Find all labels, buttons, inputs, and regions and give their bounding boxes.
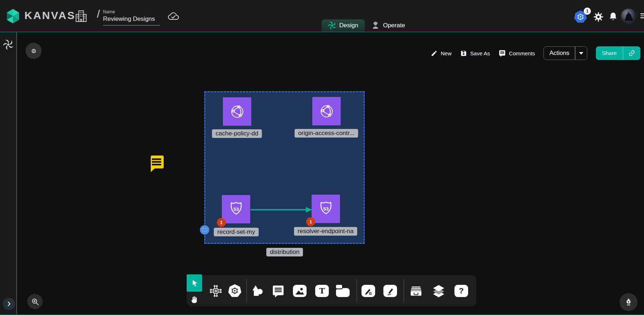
canvas-comment-marker[interactable] [149,155,164,173]
cloud-saved-icon [167,11,180,22]
zoom-in-magnifier-icon [31,297,39,306]
help-tool[interactable]: ? [454,285,468,297]
sketch-pencil-icon [383,285,397,297]
node-origin-access-control[interactable] [312,97,341,125]
actions-label: Actions [544,50,575,57]
tab-design[interactable]: Design [322,19,365,32]
select-tool-button[interactable] [187,274,202,292]
top-header: KANVAS / Name [0,0,644,32]
dashed-rect-icon [202,228,207,232]
organization-building-icon[interactable] [74,9,88,24]
copy-link-button[interactable] [623,49,640,57]
layers-icon [431,283,446,298]
share-label: Share [596,50,623,56]
sidebar-expand-button[interactable] [3,298,15,310]
pan-tool-button[interactable] [188,292,201,306]
share-button[interactable]: Share [596,46,640,60]
comment-bubble-icon [272,284,285,297]
text-tool[interactable]: T [315,285,329,297]
operate-tab-person-icon [371,21,380,30]
svg-text:53: 53 [233,206,239,212]
chevron-down-icon [579,52,583,55]
frame-tool[interactable] [336,285,350,297]
actions-dropdown-button[interactable]: Actions [543,46,587,60]
node-cache-policy[interactable] [223,97,251,126]
node-label-origin-access-control[interactable]: origin-access-contr... [295,129,358,138]
meshery-spiral-icon[interactable] [3,40,13,50]
node-record-set[interactable]: 53 [222,195,250,223]
zoom-in-button[interactable] [27,294,43,309]
kanvas-logo-icon[interactable] [5,8,21,24]
user-avatar[interactable] [621,9,636,24]
image-icon [293,285,307,297]
route53-shield-icon: 53 [227,200,246,219]
pen-tool-button[interactable] [620,293,638,311]
cloudfront-globe-icon [227,102,247,122]
node-label-record-set[interactable]: record-set-my [214,228,259,236]
node-resolver-endpoint[interactable]: 53 [312,195,340,223]
circuit-chip-icon [209,284,223,298]
brand-name: KANVAS [24,9,75,22]
error-badge-record-set[interactable]: 1 [217,218,226,227]
floppy-disk-icon [460,50,467,57]
pen-compass-tool[interactable] [361,285,375,297]
kanvas-app: KANVAS / Name [0,0,644,315]
svg-text:53: 53 [323,206,329,211]
archive-drawer-icon [409,284,423,298]
error-badge-resolver-endpoint[interactable]: 1 [306,217,315,226]
edge-record-set-to-resolver[interactable] [250,206,313,213]
notifications-bell-icon[interactable] [608,11,618,22]
drawer-tool[interactable] [409,284,423,298]
node-label-cache-policy[interactable]: cache-policy-dd [212,129,262,138]
comment-tool[interactable] [272,284,285,297]
image-tool[interactable] [293,285,307,297]
left-sidebar [0,32,17,315]
node-label-resolver-endpoint[interactable]: resolver-endpoint-na [294,227,357,236]
pen-nib-icon [624,297,633,307]
save-as-button-label: Save As [470,50,490,56]
group-select-handle[interactable] [200,225,209,235]
design-name-input[interactable] [103,15,160,26]
kubernetes-context-count-badge: 1 [584,8,591,15]
save-as-button[interactable]: Save As [460,50,490,57]
frame-tab-icon [336,285,350,297]
tab-operate[interactable]: Operate [365,19,411,32]
comment-icon [499,50,506,57]
route53-shield-icon: 53 [316,199,336,219]
comments-button-label: Comments [509,50,535,56]
canvas-action-bar: New Save As Comments Actions [431,46,640,60]
chevron-right-icon [6,301,12,307]
canvas-widgets-button[interactable] [25,43,42,59]
kubernetes-tool[interactable] [227,283,242,298]
kubernetes-context-button[interactable]: 1 [574,10,587,24]
design-name-label: Name [103,9,115,14]
avatar-image [621,9,636,24]
design-tab-spiral-icon [328,22,336,29]
breadcrumb-separator: / [97,8,100,20]
sketch-pencil-tool[interactable] [383,285,397,297]
layers-tool[interactable] [431,283,446,298]
comments-button[interactable]: Comments [499,50,535,57]
shapes-icon [250,284,265,298]
actions-caret-button[interactable] [575,52,587,55]
kubernetes-wheel-icon [227,283,242,298]
cloudfront-globe-icon [317,101,337,121]
text-T-icon: T [315,285,329,297]
shapes-tool[interactable] [250,284,265,298]
tab-operate-label: Operate [383,22,405,29]
view-tabs: Design Operate [322,19,411,32]
new-button[interactable]: New [431,50,452,57]
flower-icon [30,47,38,55]
meshsync-chip-tool[interactable] [209,284,223,298]
bottom-tool-dock: T [187,275,476,306]
settings-gear-icon[interactable] [593,11,604,22]
pencil-icon [431,50,438,57]
hand-icon [190,295,199,304]
overflow-menu-icon[interactable] [640,12,644,19]
tab-design-label: Design [339,22,358,29]
new-button-label: New [441,50,452,56]
cursor-arrow-icon [190,279,199,287]
group-label-distribution[interactable]: distribution [266,248,303,256]
question-mark-icon: ? [454,285,468,297]
link-icon [628,49,636,57]
